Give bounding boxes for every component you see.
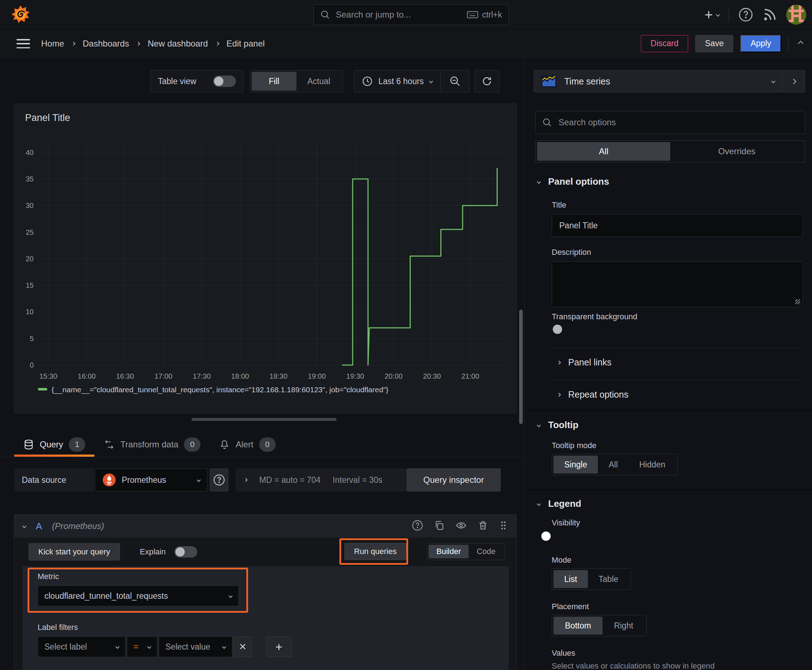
operator-value: = <box>134 642 138 652</box>
tab-transform[interactable]: Transform data 0 <box>95 432 210 457</box>
datasource-help-button[interactable] <box>210 469 229 491</box>
panel-resize-handle[interactable] <box>192 418 337 421</box>
tooltip-mode-single[interactable]: Single <box>554 456 598 474</box>
builder-option[interactable]: Builder <box>429 545 469 558</box>
remove-filter-button[interactable]: ✕ <box>234 636 252 657</box>
query-options-summary[interactable]: MD = auto = 704 Interval = 30s <box>236 469 407 491</box>
legend-header[interactable]: Legend <box>537 498 581 509</box>
chevron-down-icon <box>229 594 232 598</box>
time-range-picker[interactable]: Last 6 hours <box>354 76 441 86</box>
tab-overrides[interactable]: Overrides <box>670 142 804 161</box>
textarea-resize-handle[interactable] <box>795 299 800 304</box>
panel-view-toolbar: Table view Fill Actual Last 6 hours <box>150 70 500 92</box>
legend-placement-bottom[interactable]: Bottom <box>554 617 603 634</box>
trash-icon <box>478 520 488 531</box>
explain-toggle[interactable] <box>175 546 197 558</box>
user-avatar[interactable] <box>786 5 806 25</box>
panel-links-header[interactable]: Panel links <box>558 357 612 367</box>
zoom-out-button[interactable] <box>441 76 470 87</box>
add-filter-button[interactable]: + <box>266 636 292 657</box>
help-circle-icon <box>213 474 225 486</box>
clock-icon <box>362 76 373 86</box>
table-view-toggle[interactable] <box>213 76 236 87</box>
collapse-query-icon <box>22 524 26 528</box>
delete-query-button[interactable] <box>478 520 488 532</box>
svg-text:20:00: 20:00 <box>385 372 402 380</box>
tooltip-mode-switch: Single All Hidden <box>552 454 678 475</box>
tooltip-mode-all[interactable]: All <box>598 456 629 474</box>
drag-query-handle[interactable] <box>499 520 508 532</box>
chevron-down-icon <box>537 180 541 184</box>
section-divider <box>552 380 803 381</box>
svg-text:15: 15 <box>26 281 34 289</box>
query-builder-body: Metric cloudflared_tunnel_total_requests… <box>22 566 509 670</box>
title-label: Title <box>552 200 566 210</box>
breadcrumb-dashboards[interactable]: Dashboards <box>83 39 129 49</box>
select-label-dropdown[interactable]: Select label <box>37 636 125 657</box>
duplicate-query-button[interactable] <box>434 520 445 532</box>
chevron-down-icon <box>537 423 541 427</box>
panel-options-title: Panel options <box>548 176 609 187</box>
description-textarea[interactable] <box>552 261 803 307</box>
tabs-divider <box>0 457 524 457</box>
run-queries-button[interactable]: Run queries <box>344 543 406 560</box>
query-row-header[interactable]: A (Prometheus) <box>14 515 516 538</box>
editor-tabs: Query 1 Transform data 0 Alert 0 <box>14 432 285 457</box>
query-inspector-button[interactable]: Query inspector <box>407 469 500 491</box>
legend-mode-list[interactable]: List <box>554 570 588 588</box>
grafana-logo-icon[interactable] <box>11 5 30 25</box>
legend-mode-table[interactable]: Table <box>588 570 629 588</box>
help-button[interactable] <box>738 7 753 22</box>
panel-preview-card[interactable]: Panel Title051015202530354015:3016:0016:… <box>14 103 517 413</box>
query-builder-toolbar: Kick start your query Explain Run querie… <box>14 538 516 566</box>
legend-placement-right[interactable]: Right <box>603 617 645 634</box>
global-search[interactable]: ctrl+k <box>313 4 509 25</box>
code-option[interactable]: Code <box>469 545 503 558</box>
legend-values-label: Values <box>552 648 575 658</box>
panel-title-input[interactable] <box>552 214 803 237</box>
breadcrumb-home[interactable]: Home <box>41 39 64 49</box>
chevron-down-icon <box>537 502 541 506</box>
explain-label: Explain <box>140 547 166 557</box>
news-button[interactable] <box>763 7 777 22</box>
visualization-picker[interactable]: Time series <box>534 70 782 92</box>
menu-toggle-button[interactable] <box>17 39 30 48</box>
save-button[interactable]: Save <box>695 35 733 52</box>
tab-alert[interactable]: Alert 0 <box>210 432 285 457</box>
select-value-dropdown[interactable]: Select value <box>159 636 232 657</box>
svg-text:10: 10 <box>26 308 34 316</box>
collapse-header-button[interactable] <box>798 41 804 47</box>
add-menu-button[interactable]: + <box>705 13 719 16</box>
timeseries-viz-icon <box>541 75 556 87</box>
tab-query[interactable]: Query 1 <box>14 432 95 457</box>
tooltip-mode-hidden[interactable]: Hidden <box>629 456 676 474</box>
datasource-label: Data source <box>14 469 94 491</box>
apply-button[interactable]: Apply <box>741 35 781 52</box>
discard-button[interactable]: Discard <box>641 35 688 52</box>
fill-option[interactable]: Fill <box>252 72 297 91</box>
refresh-button[interactable] <box>475 70 500 92</box>
query-help-button[interactable] <box>412 520 423 533</box>
actual-option[interactable]: Actual <box>297 72 341 91</box>
time-series-chart: Panel Title051015202530354015:3016:0016:… <box>14 104 516 413</box>
chevron-right-icon <box>557 393 561 397</box>
datasource-picker[interactable]: Prometheus <box>95 469 208 491</box>
tab-all[interactable]: All <box>537 142 670 161</box>
repeat-options-header[interactable]: Repeat options <box>558 389 628 400</box>
metric-select[interactable]: cloudflared_tunnel_total_requests <box>37 585 239 606</box>
search-input[interactable] <box>335 9 462 20</box>
chevron-right-icon <box>791 78 797 84</box>
refresh-icon <box>481 76 492 86</box>
disable-query-button[interactable] <box>455 520 467 533</box>
options-search[interactable] <box>535 111 805 134</box>
kick-start-button[interactable]: Kick start your query <box>29 543 120 560</box>
tooltip-header[interactable]: Tooltip <box>537 420 578 431</box>
tab-transform-label: Transform data <box>120 440 178 450</box>
select-label-placeholder: Select label <box>44 642 87 652</box>
toggle-viz-suggestions-button[interactable] <box>782 70 805 92</box>
main-scrollbar[interactable] <box>519 310 523 424</box>
operator-dropdown[interactable]: = <box>127 636 158 657</box>
panel-options-header[interactable]: Panel options <box>537 176 609 187</box>
options-search-input[interactable] <box>558 117 798 128</box>
breadcrumb-new-dashboard[interactable]: New dashboard <box>147 39 208 49</box>
